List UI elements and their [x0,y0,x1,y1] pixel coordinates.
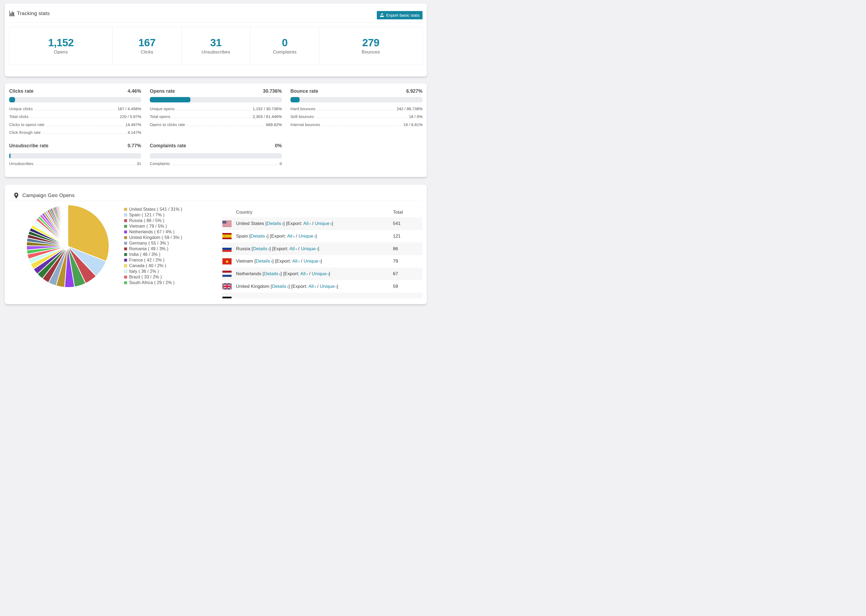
rate-row-label: Opens to clicks rate [150,123,185,127]
stat-value: 167 [139,37,156,48]
export-all-link[interactable]: All [303,221,309,226]
export-unique-link[interactable]: Unique [320,284,335,289]
details-link[interactable]: Details [272,284,286,289]
export-all-link[interactable]: All [309,284,314,289]
rate-progress-fill [9,97,15,102]
tracking-stats-title-text: Tracking stats [17,10,50,17]
rate-percent: 4.46% [128,88,141,94]
legend-label: Canada ( 40 / 2% ) [129,263,166,268]
geo-row-total: 67 [393,271,422,277]
export-all-link[interactable]: All [292,259,298,264]
rate-row: Complaints0 [150,162,282,169]
chevron-right-icon: › [309,221,311,226]
chevron-right-icon: › [287,284,288,289]
geo-row-text: Vietnam [Details›] [Export: All› / Uniqu… [236,259,393,264]
rate-row: Clicks to opens rate14.497% [9,123,141,130]
geo-table-row-gb: United Kingdom [Details›] [Export: All› … [222,280,422,293]
legend-label: Netherlands ( 67 / 4% ) [129,229,175,234]
legend-swatch [124,275,127,279]
rate-progress-bar [290,97,422,102]
stat-cell-bounces: 279Bounces [319,27,422,65]
rate-title: Complaints rate [150,143,186,149]
rate-row: Internal bounces19 / 6.81% [290,123,422,130]
dotted-leader [43,134,126,134]
details-link[interactable]: Details [264,271,278,276]
united-states-flag-icon [222,221,232,227]
legend-swatch [124,242,127,245]
rate-row-label: Hard bounces [290,107,315,111]
legend-item: Vietnam ( 79 / 5% ) [124,223,182,229]
rate-rows: Unique opens1,152 / 30.736%Total opens2,… [150,107,282,130]
rate-row: Hard bounces242 / 86.738% [290,107,422,115]
export-label: Export: [274,246,290,251]
geo-opens-card: Campaign Geo Opens United States ( 541 /… [5,184,427,304]
rate-percent: 0.77% [128,143,141,149]
rate-row-label: Soft bounces [290,115,314,119]
export-all-link[interactable]: All [301,271,306,276]
legend-swatch [124,236,127,239]
dotted-leader [317,110,395,110]
legend-item: Germany ( 55 / 3% ) [124,240,182,246]
details-link[interactable]: Details [253,246,267,251]
export-unique-link[interactable]: Unique [301,246,316,251]
details-link[interactable]: Details [251,234,265,239]
rate-row-label: Clicks to opens rate [9,123,44,127]
rate-head: Bounce rate6.927% [290,88,422,94]
export-unique-link[interactable]: Unique [304,259,318,264]
export-button-label: Export basic stats [386,13,420,18]
legend-label: Russia ( 86 / 5% ) [129,218,164,223]
rate-rows: Unsubscribes31 [9,162,141,169]
spain-flag-icon [222,233,232,239]
rate-head: Opens rate30.736% [150,88,282,94]
details-link[interactable]: Details [256,259,270,264]
chevron-right-icon: › [293,234,294,238]
rate-row-label: Click through rate [9,130,41,135]
dotted-leader [176,110,251,110]
export-all-link[interactable]: All [287,234,292,239]
export-label: Export: [271,234,287,239]
legend-item: United Kingdom ( 59 / 3% ) [124,235,182,240]
geo-table-row-nl: Netherlands [Details›] [Export: All› / U… [222,268,422,280]
export-all-link[interactable]: All [290,246,295,251]
rate-progress-fill [150,97,191,102]
pie-slice[interactable] [68,205,68,247]
stat-value: 1,152 [48,37,74,48]
geo-table-row-ru: Russia [Details›] [Export: All› / Unique… [222,242,422,255]
export-icon [380,13,384,17]
rate-title: Clicks rate [9,88,34,94]
legend-label: South Africa ( 29 / 2% ) [129,280,175,285]
country-name: United Kingdom [236,284,271,289]
legend-item: Romania ( 49 / 3% ) [124,246,182,251]
stat-value: 279 [362,37,379,48]
geo-table-row-es: Spain [Details›] [Export: All› / Unique›… [222,230,422,243]
netherlands-flag-icon [222,271,232,277]
stat-cell-opens: 1,152Opens [9,27,112,65]
rate-progress-bar [9,97,141,102]
stat-value: 31 [210,37,221,48]
germany-flag-icon [222,297,232,298]
tracking-stats-title: Tracking stats [9,10,422,17]
geo-row-text: Russia [Details›] [Export: All› / Unique… [236,246,393,251]
rate-title: Opens rate [150,88,175,94]
stat-label: Bounces [362,49,380,55]
geo-row-text: Spain [Details›] [Export: All› / Unique›… [236,234,393,239]
legend-label: United Kingdom ( 59 / 3% ) [129,235,182,240]
export-basic-stats-button[interactable]: Export basic stats [377,11,422,19]
export-unique-link[interactable]: Unique [299,234,313,239]
russia-flag-icon [222,246,232,252]
export-unique-link[interactable]: Unique [315,221,329,226]
dotted-leader [172,118,251,118]
map-marker-icon [14,192,19,199]
rate-row-value: 1,152 / 30.736% [252,107,282,111]
export-unique-link[interactable]: Unique [312,271,326,276]
geo-opens-title-text: Campaign Geo Opens [22,192,74,199]
rate-row: Unique clicks167 / 4.456% [9,107,141,115]
legend-swatch [124,259,127,262]
chevron-right-icon: › [296,247,297,251]
geo-table-header-total: Total [393,210,422,215]
country-name: Netherlands [236,271,263,276]
geo-row-total: 79 [393,259,422,264]
export-label: Export: [285,271,301,276]
details-link[interactable]: Details [267,221,281,226]
export-label: Export: [292,284,308,289]
